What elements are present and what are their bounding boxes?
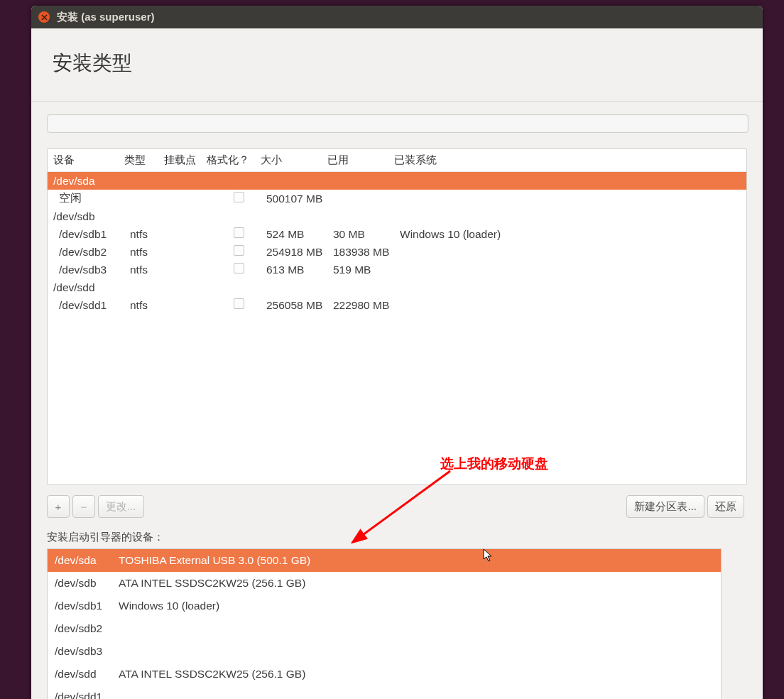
titlebar: 安装 (as superuser) — [31, 6, 763, 28]
bootloader-option-device: /dev/sdb3 — [55, 645, 119, 658]
table-row[interactable]: 空闲500107 MB — [48, 190, 746, 207]
bootloader-option-device: /dev/sdb2 — [55, 622, 119, 635]
bootloader-option-desc: ATA INTEL SSDSC2KW25 (256.1 GB) — [119, 668, 714, 681]
cell-device: /dev/sdb2 — [50, 246, 130, 259]
table-row[interactable]: /dev/sdb2ntfs254918 MB183938 MB — [48, 243, 746, 261]
cell-device: /dev/sdd1 — [50, 299, 130, 312]
cell-used: 183938 MB — [333, 246, 400, 259]
cell-device: /dev/sda — [50, 175, 124, 188]
bootloader-option-device: /dev/sda — [55, 554, 119, 567]
bootloader-option[interactable]: /dev/sdb3 — [48, 640, 721, 663]
bootloader-option-desc: TOSHIBA External USB 3.0 (500.1 GB) — [119, 554, 714, 567]
cell-system: Windows 10 (loader) — [400, 228, 744, 241]
col-header-device[interactable]: 设备 — [50, 153, 124, 167]
cell-format — [212, 245, 266, 259]
format-checkbox[interactable] — [234, 227, 244, 238]
bootloader-option[interactable]: /dev/sdb2 — [48, 617, 721, 640]
remove-partition-button[interactable]: − — [72, 495, 95, 518]
window-title: 安装 (as superuser) — [57, 11, 155, 24]
bootloader-option-desc: ATA INTEL SSDSC2KW25 (256.1 GB) — [119, 577, 714, 590]
col-header-type[interactable]: 类型 — [124, 153, 164, 167]
cell-size: 500107 MB — [266, 193, 333, 205]
table-row[interactable]: /dev/sdb3ntfs613 MB519 MB — [48, 261, 746, 278]
format-checkbox[interactable] — [234, 192, 244, 202]
cell-device: /dev/sdb3 — [50, 264, 130, 276]
table-row[interactable]: /dev/sdb1ntfs524 MB30 MBWindows 10 (load… — [48, 225, 746, 243]
cell-device: /dev/sdb — [50, 210, 124, 223]
close-icon[interactable] — [38, 11, 50, 23]
disk-usage-bar — [47, 114, 748, 133]
cell-size: 256058 MB — [266, 299, 333, 312]
table-row[interactable]: /dev/sdb — [48, 207, 746, 225]
bootloader-device-dropdown[interactable]: /dev/sdaTOSHIBA External USB 3.0 (500.1 … — [47, 548, 722, 699]
page-title: 安装类型 — [31, 28, 763, 102]
change-partition-button[interactable]: 更改... — [98, 495, 144, 518]
table-row[interactable]: /dev/sdd1ntfs256058 MB222980 MB — [48, 296, 746, 314]
cell-format — [212, 263, 266, 276]
cell-type: ntfs — [130, 264, 170, 276]
col-header-size[interactable]: 大小 — [261, 153, 327, 167]
format-checkbox[interactable] — [234, 245, 244, 256]
cell-format — [212, 227, 266, 241]
col-header-mount[interactable]: 挂载点 — [164, 153, 207, 167]
cell-format — [212, 298, 266, 312]
format-checkbox[interactable] — [234, 298, 244, 309]
cell-device: 空闲 — [50, 191, 130, 206]
cell-type: ntfs — [130, 228, 170, 241]
partition-toolbar: + − 更改... 新建分区表... 还原 — [47, 495, 747, 518]
partition-table: 设备 类型 挂载点 格式化？ 大小 已用 已装系统 /dev/sda空闲5001… — [47, 148, 747, 485]
cell-device: /dev/sdd — [50, 281, 124, 294]
new-partition-table-button[interactable]: 新建分区表... — [626, 495, 704, 518]
cell-type: ntfs — [130, 246, 170, 259]
bootloader-option[interactable]: /dev/sdbATA INTEL SSDSC2KW25 (256.1 GB) — [48, 572, 721, 595]
cell-used: 222980 MB — [333, 299, 400, 312]
cell-device: /dev/sdb1 — [50, 228, 130, 241]
partition-table-header: 设备 类型 挂载点 格式化？ 大小 已用 已装系统 — [48, 149, 746, 172]
cell-size: 254918 MB — [266, 246, 333, 259]
add-partition-button[interactable]: + — [47, 495, 70, 518]
bootloader-option[interactable]: /dev/sddATA INTEL SSDSC2KW25 (256.1 GB) — [48, 663, 721, 686]
installer-window: 安装 (as superuser) 安装类型 设备 类型 挂载点 格式化？ 大小… — [31, 6, 763, 699]
bootloader-option-device: /dev/sdb — [55, 577, 119, 590]
bootloader-option[interactable]: /dev/sdb1Windows 10 (loader) — [48, 595, 721, 617]
cell-size: 613 MB — [266, 264, 333, 276]
table-row[interactable]: /dev/sdd — [48, 278, 746, 296]
cell-type: ntfs — [130, 299, 170, 312]
bootloader-option-device: /dev/sdd1 — [55, 690, 119, 699]
bootloader-option-device: /dev/sdb1 — [55, 600, 119, 612]
table-row[interactable]: /dev/sda — [48, 172, 746, 190]
bootloader-option[interactable]: /dev/sdd1 — [48, 686, 721, 699]
cell-used: 30 MB — [333, 228, 400, 241]
col-header-used[interactable]: 已用 — [327, 153, 394, 167]
col-header-system[interactable]: 已装系统 — [394, 153, 744, 167]
bootloader-option-desc: Windows 10 (loader) — [119, 600, 714, 612]
col-header-format[interactable]: 格式化？ — [207, 153, 261, 167]
bootloader-option[interactable]: /dev/sdaTOSHIBA External USB 3.0 (500.1 … — [48, 549, 721, 572]
cell-used: 519 MB — [333, 264, 400, 276]
cell-size: 524 MB — [266, 228, 333, 241]
revert-button[interactable]: 还原 — [707, 495, 744, 518]
bootloader-label: 安装启动引导器的设备： — [47, 531, 747, 544]
cell-format — [212, 192, 266, 205]
format-checkbox[interactable] — [234, 263, 244, 273]
bootloader-option-device: /dev/sdd — [55, 668, 119, 681]
